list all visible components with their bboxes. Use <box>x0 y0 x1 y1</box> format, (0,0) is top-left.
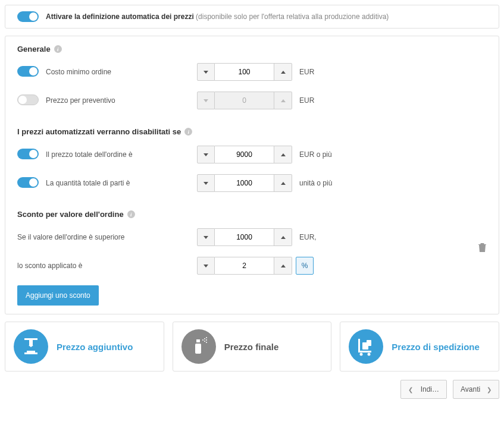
quote-price-unit: EUR <box>299 96 314 105</box>
chevron-down-icon <box>204 265 208 267</box>
chevron-right-icon: ❯ <box>487 386 492 393</box>
tile-final-label: Prezzo finale <box>224 342 279 352</box>
svg-rect-5 <box>196 339 200 342</box>
min-order-label: Costo minimo ordine <box>46 68 197 76</box>
total-price-input[interactable] <box>215 146 274 163</box>
total-qty-unit: unità o più <box>299 179 332 187</box>
spinner-decrement[interactable] <box>197 146 215 163</box>
section-title-general: Generale i <box>17 45 487 53</box>
svg-point-10 <box>206 339 207 341</box>
total-qty-input[interactable] <box>215 174 274 192</box>
chevron-down-icon <box>204 153 208 156</box>
svg-rect-13 <box>358 339 360 352</box>
section-title-general-text: Generale <box>17 45 51 53</box>
auto-pricing-toggle[interactable] <box>17 11 39 22</box>
row-discount-threshold: Se il valore dell'ordine è superiore EUR… <box>17 228 487 246</box>
min-order-input[interactable] <box>215 63 274 81</box>
discount-applied-spinner <box>197 257 292 275</box>
total-qty-toggle[interactable] <box>17 177 39 188</box>
quote-price-toggle[interactable] <box>17 95 39 105</box>
discount-applied-input[interactable] <box>215 257 274 275</box>
svg-point-12 <box>206 337 207 338</box>
min-order-spinner <box>197 63 292 81</box>
delete-discount-button[interactable] <box>478 243 487 254</box>
svg-rect-14 <box>358 351 371 352</box>
auto-pricing-sublabel: (disponibile solo per l'offerta relativa… <box>196 12 389 21</box>
spinner-decrement <box>197 92 215 109</box>
tile-additional-label: Prezzo aggiuntivo <box>57 342 133 352</box>
discount-threshold-label: Se il valore dell'ordine è superiore <box>17 233 197 241</box>
chevron-up-icon <box>281 71 286 74</box>
spinner-decrement[interactable] <box>197 228 215 246</box>
svg-point-11 <box>206 342 207 343</box>
svg-point-7 <box>202 339 204 341</box>
quote-price-spinner <box>197 92 292 109</box>
footer-nav: ❮ Indi… Avanti ❯ <box>5 380 499 399</box>
svg-rect-4 <box>27 351 35 352</box>
discount-threshold-input[interactable] <box>215 228 274 246</box>
discount-threshold-unit: EUR, <box>299 233 317 241</box>
spinner-increment[interactable] <box>274 228 292 246</box>
tile-final-price[interactable]: Prezzo finale <box>173 322 332 372</box>
trash-icon <box>478 243 487 253</box>
spray-icon <box>181 329 216 364</box>
svg-point-9 <box>204 338 205 339</box>
section-title-discount: Sconto per valore dell'ordine i <box>17 210 487 219</box>
chevron-left-icon: ❮ <box>408 386 413 393</box>
auto-pricing-label: Attivare la definizione automatica dei p… <box>46 12 389 21</box>
tile-shipping-price[interactable]: Prezzo di spedizione <box>340 322 499 372</box>
total-price-unit: EUR o più <box>299 150 332 159</box>
row-total-qty: La quantità totale di parti è unità o pi… <box>17 174 487 192</box>
svg-point-8 <box>204 341 205 342</box>
section-title-disable: I prezzi automatizzati verranno disabili… <box>17 127 487 136</box>
chevron-down-icon <box>204 71 208 74</box>
section-title-disable-text: I prezzi automatizzati verranno disabili… <box>17 127 181 136</box>
min-order-unit: EUR <box>299 68 314 76</box>
svg-rect-0 <box>24 338 37 340</box>
info-icon[interactable]: i <box>54 45 62 53</box>
row-discount-applied: lo sconto applicato è % <box>17 257 487 275</box>
pricing-tiles: Prezzo aggiuntivo Prezzo finale Prezzo d… <box>5 322 499 372</box>
next-button-label: Avanti <box>461 385 480 394</box>
trolley-icon <box>349 329 383 364</box>
discount-threshold-spinner <box>197 228 292 246</box>
spinner-decrement[interactable] <box>197 174 215 192</box>
info-icon[interactable]: i <box>127 210 135 218</box>
auto-pricing-label-text: Attivare la definizione automatica dei p… <box>46 12 194 21</box>
chevron-down-icon <box>204 99 208 102</box>
quote-price-input <box>215 92 274 109</box>
next-button[interactable]: Avanti ❯ <box>453 380 499 399</box>
total-qty-label: La quantità totale di parti è <box>46 179 197 187</box>
chevron-up-icon <box>281 99 286 102</box>
section-title-discount-text: Sconto per valore dell'ordine <box>17 210 124 219</box>
chevron-up-icon <box>281 236 286 239</box>
spinner-increment[interactable] <box>274 174 292 192</box>
machine-icon <box>14 329 48 364</box>
spinner-decrement[interactable] <box>197 257 215 275</box>
total-qty-spinner <box>197 174 292 192</box>
pricing-settings-card: Generale i Costo minimo ordine EUR Prezz… <box>5 36 499 314</box>
svg-rect-18 <box>367 340 371 346</box>
spinner-increment[interactable] <box>274 257 292 275</box>
chevron-down-icon <box>204 182 208 185</box>
spinner-increment[interactable] <box>274 146 292 163</box>
info-icon[interactable]: i <box>184 128 192 136</box>
percent-button[interactable]: % <box>296 257 314 275</box>
back-button[interactable]: ❮ Indi… <box>400 380 447 399</box>
spinner-increment[interactable] <box>274 63 292 81</box>
min-order-toggle[interactable] <box>17 66 39 77</box>
svg-rect-6 <box>195 344 201 354</box>
total-price-toggle[interactable] <box>17 149 39 159</box>
chevron-down-icon <box>204 236 208 239</box>
chevron-up-icon <box>281 182 286 185</box>
spinner-decrement[interactable] <box>197 63 215 81</box>
back-button-label: Indi… <box>421 385 439 394</box>
add-discount-button[interactable]: Aggiungi uno sconto <box>17 285 99 306</box>
row-quote-price: Prezzo per preventivo EUR <box>17 92 487 109</box>
row-total-price: Il prezzo totale dell'ordine è EUR o più <box>17 146 487 163</box>
total-price-label: Il prezzo totale dell'ordine è <box>46 150 197 159</box>
svg-point-16 <box>368 353 371 356</box>
chevron-up-icon <box>281 153 286 156</box>
tile-additional-price[interactable]: Prezzo aggiuntivo <box>5 322 164 372</box>
chevron-up-icon <box>281 265 286 267</box>
